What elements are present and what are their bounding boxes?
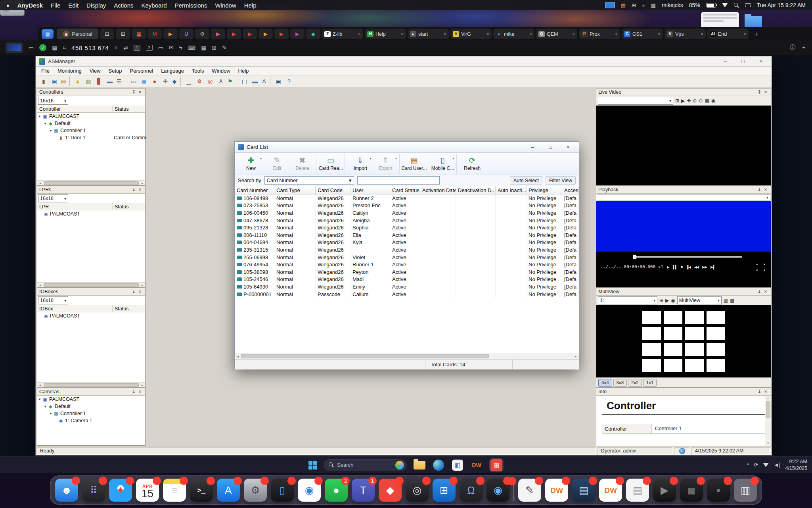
menubar-menu-item[interactable]: Permissions — [175, 2, 207, 9]
minimize-button[interactable]: – — [525, 142, 540, 152]
tree-row[interactable]: ▮ 1: Door 1 Card or Comm — [37, 134, 145, 141]
chat-icon[interactable]: ✉ — [169, 44, 174, 51]
edge-browser-icon[interactable] — [432, 459, 445, 471]
asmanager-menu-item[interactable]: Tools — [188, 68, 208, 74]
card-toolbar-button[interactable]: ✖ Delete — [290, 154, 316, 174]
auto-select-button[interactable]: Auto Select — [510, 176, 542, 185]
icon-size-select[interactable]: 16x16▾ — [38, 194, 68, 202]
tab-close-icon[interactable]: × — [529, 31, 532, 37]
dock-icon[interactable]: A — [217, 479, 240, 502]
start-button[interactable] — [308, 461, 317, 470]
close-icon[interactable]: × — [762, 289, 769, 294]
tab-close-icon[interactable]: × — [401, 31, 404, 37]
tree-row[interactable]: ▾◆ Default — [37, 120, 145, 127]
table-row[interactable]: 004-04694 Normal Wiegand26 Kyla Active N… — [235, 239, 579, 246]
filter-view-button[interactable]: Filter View — [546, 176, 576, 185]
search-field-select[interactable]: Card Number▾ — [264, 176, 354, 185]
close-icon[interactable]: × — [762, 187, 769, 192]
camera-select[interactable]: ▾ — [598, 97, 673, 105]
sync-icon[interactable]: ⟳ — [754, 462, 758, 468]
tab-close-icon[interactable]: × — [615, 31, 618, 37]
toolbar-icon[interactable]: ▦ — [139, 77, 149, 86]
display-settings-icon[interactable]: ▭ — [158, 44, 163, 51]
pin-icon[interactable]: ↧ — [130, 89, 137, 95]
pin-icon[interactable]: ↧ — [130, 187, 137, 192]
dock-icon[interactable]: ◼ — [680, 479, 703, 502]
toolbar-icon[interactable]: ▥ — [84, 77, 93, 86]
pin-icon[interactable]: ↧ — [130, 289, 137, 294]
vertical-scrollbar[interactable]: ▴▾ — [765, 396, 771, 446]
card-toolbar-button[interactable]: ▯ Mobile C... ▾ — [431, 154, 457, 174]
dock-icon[interactable]: ✦ — [109, 479, 132, 502]
tree-row[interactable]: ▾▣ PALMCOAST — [37, 396, 145, 403]
close-icon[interactable]: × — [137, 187, 143, 192]
anydesk-session-tab[interactable]: Q QEM × — [536, 29, 577, 39]
speed-down-icon[interactable]: ▾ — [756, 268, 758, 272]
dock-icon[interactable]: >_ — [190, 479, 213, 502]
dock-icon[interactable]: ✎ — [518, 479, 541, 502]
horizontal-scrollbar[interactable]: ◂▸ — [37, 180, 145, 185]
anydesk-session-tab[interactable]: P Prox × — [579, 29, 620, 39]
dock-icon[interactable]: ◎ — [406, 479, 429, 502]
card-list-title-bar[interactable]: Card List – □ × — [235, 142, 579, 153]
live-video-tool-icon[interactable]: ▶ — [681, 98, 685, 104]
anydesk-session-tab[interactable]: AI End × — [707, 29, 749, 39]
anydesk-icon-tab[interactable]: ⊟ — [100, 29, 114, 39]
windows-search-box[interactable]: Search — [324, 459, 407, 471]
document-app-icon[interactable]: ◧ — [451, 459, 464, 471]
menubar-menu-item[interactable]: Window — [215, 2, 236, 9]
column-header[interactable]: Card Status — [390, 186, 420, 194]
toolbar-icon[interactable]: ☰ — [116, 77, 125, 86]
card-toolbar-button[interactable]: ✎ Edit — [264, 154, 290, 174]
column-header[interactable]: Activation Date — [420, 186, 456, 194]
horizontal-scrollbar[interactable]: ◂▸ — [235, 353, 579, 359]
menubar-clock[interactable]: Tue Apr 15 9:22 AM — [757, 2, 806, 8]
dw-app-icon[interactable]: DW — [470, 459, 483, 471]
toolbar-icon[interactable]: A — [261, 77, 270, 86]
dock-icon[interactable]: ▪ — [707, 479, 730, 502]
asmanager-menu-item[interactable]: Setup — [105, 68, 126, 74]
session-thumbnail[interactable] — [6, 42, 23, 53]
column-header[interactable]: Card Number — [235, 186, 274, 194]
menubar-menu-item[interactable]: File — [51, 2, 60, 9]
grid-size-button[interactable]: 1x1 — [643, 379, 657, 387]
anydesk-icon-tab[interactable]: ▶ — [243, 29, 257, 39]
dock-icon[interactable]: DW — [599, 479, 622, 502]
asmanager-title-bar[interactable]: ASManager – □ × — [36, 56, 772, 67]
asmanager-menu-item[interactable]: File — [37, 68, 54, 74]
actions-icon[interactable]: ϟ — [179, 44, 182, 51]
dropdown-caret-icon[interactable]: ▾ — [452, 157, 454, 160]
info-icon[interactable]: ⓘ — [790, 44, 795, 51]
tree-row[interactable]: ▾◆ Default — [37, 403, 145, 410]
toolbar-icon[interactable]: ▬ — [105, 77, 115, 86]
desktop-folder-icon[interactable] — [745, 16, 762, 28]
volume-down-icon[interactable]: ▾ — [763, 268, 765, 272]
playback-source-select[interactable]: ▾ — [597, 194, 770, 200]
tab-close-icon[interactable]: × — [486, 31, 489, 37]
table-row[interactable]: 105-38098 Normal Wiegand26 Peyton Active… — [235, 268, 579, 276]
close-icon[interactable]: × — [137, 289, 143, 294]
dock-icon[interactable]: ▥ — [734, 479, 757, 502]
toolbar-icon[interactable]: ▮ — [39, 77, 48, 86]
multiview-tool-icon[interactable]: ◉ — [671, 298, 675, 303]
anydesk-icon-tab[interactable]: ▶ — [274, 29, 289, 39]
pin-icon[interactable]: ↧ — [756, 187, 762, 192]
asmanager-taskbar-icon[interactable]: ▦ — [490, 459, 502, 471]
dock-icon[interactable]: ⊞ — [433, 479, 456, 502]
menubar-menu-item[interactable]: Display — [86, 2, 106, 9]
monitor-icon[interactable]: ▭ — [29, 44, 34, 51]
column-header[interactable]: Deactivation D... — [456, 186, 496, 194]
pin-icon[interactable]: ↧ — [756, 289, 762, 294]
list-item[interactable]: ▣PALMCOAST — [37, 312, 145, 319]
playback-button[interactable]: ■ — [681, 265, 682, 269]
dock-icon[interactable]: ◉ — [486, 479, 509, 502]
menubar-username[interactable]: mikejcks — [662, 2, 683, 8]
table-row[interactable]: 106-08498 Normal Wiegand26 Runner 2 Acti… — [235, 194, 579, 202]
anydesk-session-tab[interactable]: G GS1 × — [622, 29, 663, 39]
table-row[interactable]: 095-21328 Normal Wiegand26 Sophia Active… — [235, 224, 579, 231]
card-toolbar-button[interactable]: ▭ Card Rea... — [319, 154, 345, 174]
toolbar-icon[interactable]: ▲ — [73, 77, 82, 86]
asmanager-menu-item[interactable]: Help — [234, 68, 253, 74]
toolbar-icon[interactable]: ● — [150, 77, 159, 86]
anydesk-icon-tab[interactable]: ▶ — [290, 29, 304, 39]
